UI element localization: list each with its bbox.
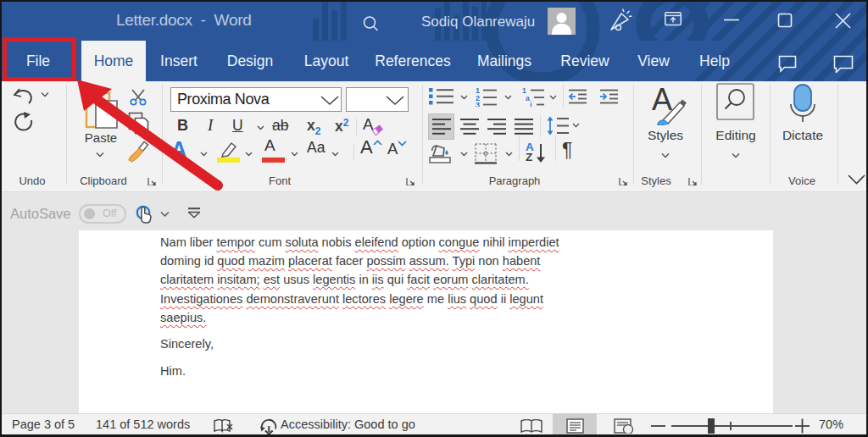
svg-text:i: i xyxy=(530,101,531,107)
svg-text:3: 3 xyxy=(476,101,480,107)
